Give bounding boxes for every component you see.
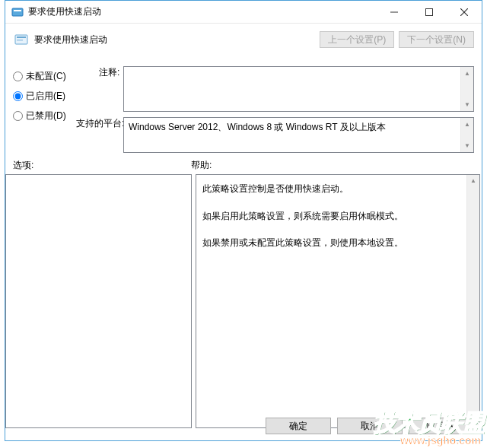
help-label: 帮助:	[191, 159, 474, 172]
platform-scrollbar[interactable]: ▲ ▼	[460, 118, 473, 152]
svg-line-4	[460, 8, 468, 16]
minimize-button[interactable]	[377, 1, 412, 23]
supported-platforms-box: Windows Server 2012、Windows 8 或 Windows …	[123, 117, 474, 153]
help-paragraph: 如果禁用或未配置此策略设置，则使用本地设置。	[202, 235, 463, 252]
options-label: 选项:	[13, 159, 191, 172]
platform-text: Windows Server 2012、Windows 8 或 Windows …	[129, 122, 386, 132]
state-radio-group: 未配置(C) 已启用(E) 已禁用(D)	[13, 66, 66, 126]
policy-editor-window: 要求使用快速启动 要求使用快速启动 上一个设置(P) 下一个设置(N)	[5, 0, 482, 441]
maximize-button[interactable]	[412, 1, 447, 23]
svg-rect-7	[17, 37, 26, 38]
options-panel	[5, 174, 192, 428]
window-controls	[377, 1, 482, 23]
help-panel: 此策略设置控制是否使用快速启动。 如果启用此策略设置，则系统需要启用休眠模式。 …	[196, 174, 480, 428]
next-setting-button[interactable]: 下一个设置(N)	[399, 31, 474, 48]
prev-setting-button[interactable]: 上一个设置(P)	[320, 31, 394, 48]
comment-label: 注释:	[99, 66, 119, 79]
comment-scrollbar[interactable]: ▲ ▼	[460, 67, 473, 111]
help-paragraph: 如果启用此策略设置，则系统需要启用休眠模式。	[202, 208, 463, 225]
help-scrollbar[interactable]: ▲ ▼	[466, 175, 479, 427]
window-title: 要求使用快速启动	[28, 5, 377, 18]
scroll-up-icon: ▲	[467, 175, 479, 188]
scroll-up-icon: ▲	[461, 118, 473, 131]
policy-icon	[13, 31, 30, 48]
comment-textarea[interactable]: ▲ ▼	[123, 66, 474, 112]
svg-rect-3	[426, 8, 433, 15]
scroll-down-icon: ▼	[461, 139, 473, 152]
radio-not-configured-label[interactable]: 未配置(C)	[26, 70, 66, 83]
radio-disabled-label[interactable]: 已禁用(D)	[26, 110, 66, 122]
platform-label: 支持的平台:	[76, 117, 124, 130]
radio-enabled[interactable]	[13, 91, 23, 101]
cancel-button[interactable]: 取消	[337, 418, 403, 434]
radio-not-configured[interactable]	[13, 71, 23, 81]
policy-title: 要求使用快速启动	[34, 33, 315, 46]
radio-disabled[interactable]	[13, 111, 23, 121]
svg-line-5	[460, 8, 468, 16]
apply-button[interactable]: 应用(A)	[409, 418, 474, 434]
close-button[interactable]	[447, 1, 482, 23]
svg-rect-8	[17, 40, 23, 41]
titlebar: 要求使用快速启动	[5, 1, 482, 24]
radio-enabled-label[interactable]: 已启用(E)	[26, 90, 65, 103]
header-row: 要求使用快速启动 上一个设置(P) 下一个设置(N)	[13, 28, 474, 51]
scroll-down-icon: ▼	[461, 98, 473, 111]
help-paragraph: 此策略设置控制是否使用快速启动。	[202, 181, 463, 198]
app-icon	[11, 6, 24, 18]
scroll-up-icon: ▲	[461, 67, 473, 80]
svg-rect-0	[12, 8, 23, 16]
ok-button[interactable]: 确定	[266, 418, 331, 434]
svg-rect-1	[14, 10, 21, 11]
section-labels: 选项: 帮助:	[13, 159, 474, 172]
content-area: 要求使用快速启动 上一个设置(P) 下一个设置(N) 未配置(C) 已启用(E)…	[5, 24, 482, 440]
dialog-buttons: 确定 取消 应用(A)	[266, 418, 474, 434]
